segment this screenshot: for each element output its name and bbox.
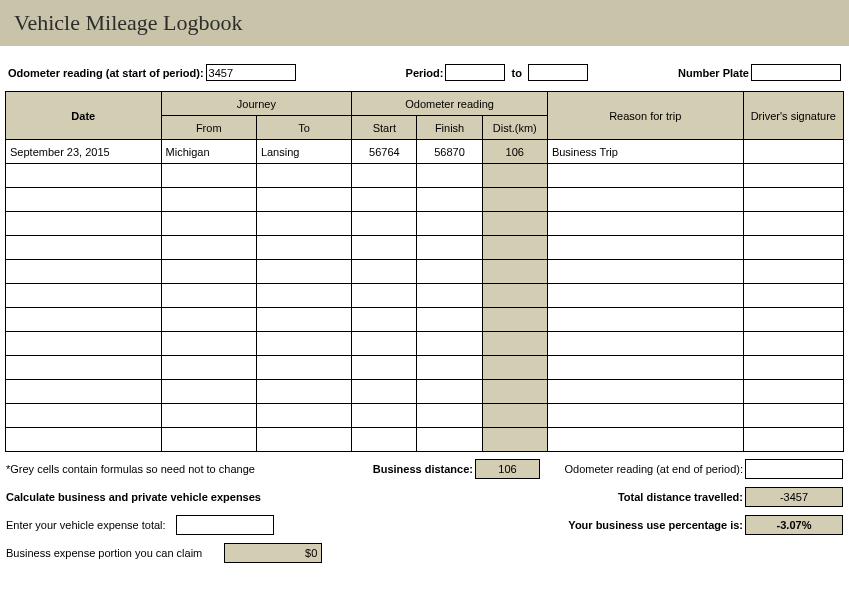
table-row — [6, 188, 844, 212]
cell-date[interactable] — [6, 332, 162, 356]
cell-finish[interactable] — [417, 332, 482, 356]
cell-reason[interactable] — [547, 284, 743, 308]
cell-start[interactable] — [352, 236, 417, 260]
cell-to[interactable]: Lansing — [256, 140, 351, 164]
expense-total-input[interactable] — [176, 515, 274, 535]
cell-reason[interactable] — [547, 236, 743, 260]
cell-start[interactable] — [352, 332, 417, 356]
cell-start[interactable] — [352, 380, 417, 404]
cell-start[interactable] — [352, 212, 417, 236]
cell-finish[interactable] — [417, 380, 482, 404]
cell-finish[interactable] — [417, 260, 482, 284]
cell-from[interactable] — [161, 308, 256, 332]
cell-finish[interactable] — [417, 212, 482, 236]
cell-from[interactable] — [161, 428, 256, 452]
cell-reason[interactable] — [547, 356, 743, 380]
number-plate-input[interactable] — [751, 64, 841, 81]
cell-reason[interactable] — [547, 164, 743, 188]
cell-signature[interactable] — [743, 284, 843, 308]
cell-finish[interactable]: 56870 — [417, 140, 482, 164]
cell-date[interactable] — [6, 188, 162, 212]
cell-signature[interactable] — [743, 308, 843, 332]
cell-date[interactable] — [6, 212, 162, 236]
cell-finish[interactable] — [417, 404, 482, 428]
period-from-input[interactable] — [445, 64, 505, 81]
cell-date[interactable] — [6, 404, 162, 428]
cell-start[interactable] — [352, 260, 417, 284]
cell-start[interactable] — [352, 284, 417, 308]
cell-signature[interactable] — [743, 332, 843, 356]
cell-finish[interactable] — [417, 308, 482, 332]
table-row — [6, 380, 844, 404]
period-to-input[interactable] — [528, 64, 588, 81]
cell-start[interactable]: 56764 — [352, 140, 417, 164]
cell-reason[interactable] — [547, 188, 743, 212]
cell-signature[interactable] — [743, 428, 843, 452]
cell-start[interactable] — [352, 428, 417, 452]
cell-finish[interactable] — [417, 164, 482, 188]
cell-dist — [482, 188, 547, 212]
cell-finish[interactable] — [417, 428, 482, 452]
cell-to[interactable] — [256, 332, 351, 356]
cell-signature[interactable] — [743, 140, 843, 164]
cell-from[interactable] — [161, 284, 256, 308]
cell-from[interactable] — [161, 332, 256, 356]
cell-signature[interactable] — [743, 356, 843, 380]
cell-signature[interactable] — [743, 236, 843, 260]
cell-from[interactable] — [161, 356, 256, 380]
cell-from[interactable]: Michigan — [161, 140, 256, 164]
cell-to[interactable] — [256, 428, 351, 452]
cell-start[interactable] — [352, 404, 417, 428]
cell-from[interactable] — [161, 212, 256, 236]
cell-from[interactable] — [161, 236, 256, 260]
odometer-end-value[interactable] — [745, 459, 843, 479]
cell-date[interactable] — [6, 260, 162, 284]
cell-to[interactable] — [256, 260, 351, 284]
cell-signature[interactable] — [743, 380, 843, 404]
cell-to[interactable] — [256, 188, 351, 212]
cell-to[interactable] — [256, 404, 351, 428]
cell-reason[interactable] — [547, 212, 743, 236]
cell-to[interactable] — [256, 284, 351, 308]
cell-reason[interactable]: Business Trip — [547, 140, 743, 164]
cell-date[interactable] — [6, 284, 162, 308]
odometer-start-input[interactable] — [206, 64, 296, 81]
cell-signature[interactable] — [743, 260, 843, 284]
cell-reason[interactable] — [547, 260, 743, 284]
cell-signature[interactable] — [743, 212, 843, 236]
cell-to[interactable] — [256, 236, 351, 260]
cell-finish[interactable] — [417, 356, 482, 380]
cell-from[interactable] — [161, 380, 256, 404]
cell-finish[interactable] — [417, 284, 482, 308]
cell-reason[interactable] — [547, 380, 743, 404]
cell-start[interactable] — [352, 356, 417, 380]
cell-from[interactable] — [161, 164, 256, 188]
cell-from[interactable] — [161, 404, 256, 428]
cell-reason[interactable] — [547, 404, 743, 428]
cell-reason[interactable] — [547, 332, 743, 356]
cell-start[interactable] — [352, 308, 417, 332]
cell-start[interactable] — [352, 164, 417, 188]
cell-date[interactable] — [6, 308, 162, 332]
cell-to[interactable] — [256, 164, 351, 188]
cell-reason[interactable] — [547, 308, 743, 332]
cell-date[interactable] — [6, 428, 162, 452]
cell-start[interactable] — [352, 188, 417, 212]
cell-date[interactable] — [6, 356, 162, 380]
cell-signature[interactable] — [743, 188, 843, 212]
cell-signature[interactable] — [743, 164, 843, 188]
cell-finish[interactable] — [417, 236, 482, 260]
cell-date[interactable] — [6, 164, 162, 188]
cell-finish[interactable] — [417, 188, 482, 212]
cell-to[interactable] — [256, 212, 351, 236]
cell-reason[interactable] — [547, 428, 743, 452]
cell-from[interactable] — [161, 260, 256, 284]
cell-signature[interactable] — [743, 404, 843, 428]
cell-from[interactable] — [161, 188, 256, 212]
cell-date[interactable] — [6, 236, 162, 260]
cell-to[interactable] — [256, 308, 351, 332]
cell-to[interactable] — [256, 356, 351, 380]
cell-date[interactable] — [6, 380, 162, 404]
cell-to[interactable] — [256, 380, 351, 404]
cell-date[interactable]: September 23, 2015 — [6, 140, 162, 164]
